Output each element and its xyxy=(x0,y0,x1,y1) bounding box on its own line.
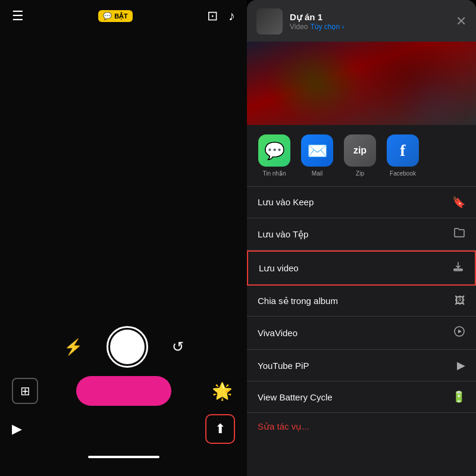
zip-icon: zip xyxy=(344,134,376,167)
edit-actions-link[interactable]: Sửa tác vụ... xyxy=(247,413,476,440)
project-title: Dự án 1 xyxy=(290,12,449,23)
app-item-zip[interactable]: zip Zip xyxy=(339,134,381,177)
app-item-messages[interactable]: 💬 Tin nhắn xyxy=(253,134,296,177)
bottom-row: ▶ ⬆ xyxy=(0,414,247,444)
play-icon[interactable]: ▶ xyxy=(12,421,22,437)
share-button[interactable]: ⬆ xyxy=(205,414,235,444)
mail-icon: ✉️ xyxy=(301,134,333,167)
menu-item-vivavideo[interactable]: VivaVideo xyxy=(247,317,476,350)
menu-item-luu-keep[interactable]: Lưu vào Keep 🔖 xyxy=(247,187,476,218)
facebook-icon: f xyxy=(387,134,419,167)
preview-area xyxy=(247,42,476,125)
menu-item-battery-cycle-label: View Battery Cycle xyxy=(258,392,333,402)
camera-viewfinder xyxy=(0,30,247,320)
battery-icon: 🔋 xyxy=(452,390,465,403)
project-info: Dự án 1 Video Tùy chọn › xyxy=(290,12,449,31)
menu-item-luu-tep[interactable]: Lưu vào Tệp xyxy=(247,218,476,250)
app-icons-row: 💬 Tin nhắn ✉️ Mail zip Zip f Facebook xyxy=(247,125,476,187)
project-option[interactable]: Tùy chọn › xyxy=(310,23,344,31)
rotate-icon[interactable]: ↺ xyxy=(172,339,184,355)
bottom-controls: ⚡ ↺ ⊞ 🌟 ▶ ⬆ xyxy=(0,320,247,476)
preview-blur xyxy=(247,42,476,125)
home-indicator xyxy=(88,456,159,458)
youtube-pip-icon: ▶ xyxy=(457,359,465,372)
star-icon: 🌟 xyxy=(212,381,233,401)
menu-item-chia-se-album-label: Chia sẻ trong album xyxy=(258,296,338,306)
menu-item-chia-se-album[interactable]: Chia sẻ trong album 🖼 xyxy=(247,286,476,317)
download-icon xyxy=(452,261,464,275)
layout-icon[interactable]: ⊡ xyxy=(207,8,218,24)
menu-item-youtube-pip[interactable]: YouTube PiP ▶ xyxy=(247,350,476,381)
app-item-facebook[interactable]: f Facebook xyxy=(381,134,424,177)
top-left-icon: ☰ xyxy=(12,8,24,24)
bookmark-icon: 🔖 xyxy=(452,196,465,209)
menu-item-luu-tep-label: Lưu vào Tệp xyxy=(258,229,308,240)
vivavideo-icon xyxy=(453,325,465,340)
menu-item-youtube-pip-label: YouTube PiP xyxy=(258,361,309,371)
close-button[interactable]: ✕ xyxy=(456,14,466,29)
bat-label: BẬT xyxy=(114,12,128,20)
camera-panel: ☰ BẬT ⊡ ♪ ⚡ ↺ ⊞ 🌟 ▶ xyxy=(0,0,247,476)
facebook-label: Facebook xyxy=(390,170,416,177)
menu-item-luu-video-label: Lưu video xyxy=(259,263,299,274)
album-icon: 🖼 xyxy=(455,295,465,307)
project-type: Video xyxy=(290,23,308,31)
mail-label: Mail xyxy=(312,170,322,177)
edit-actions-label: Sửa tác vụ... xyxy=(258,421,309,431)
zip-label: Zip xyxy=(356,170,364,177)
share-header: Dự án 1 Video Tùy chọn › ✕ xyxy=(247,0,476,42)
app-item-mail[interactable]: ✉️ Mail xyxy=(296,134,339,177)
shutter-row: ⚡ ↺ xyxy=(64,326,184,368)
menu-item-vivavideo-label: VivaVideo xyxy=(258,328,298,338)
folder-icon xyxy=(453,227,465,241)
star-button[interactable]: 🌟 xyxy=(209,378,235,404)
flash-icon[interactable]: ⚡ xyxy=(64,338,83,356)
menu-list: Lưu vào Keep 🔖 Lưu vào Tệp Lưu video xyxy=(247,187,476,476)
top-right-icons: ⊡ ♪ xyxy=(207,8,235,24)
project-subtitle: Video Tùy chọn › xyxy=(290,23,449,31)
menu-item-battery-cycle[interactable]: View Battery Cycle 🔋 xyxy=(247,381,476,413)
project-thumbnail xyxy=(256,8,283,35)
share-icon: ⬆ xyxy=(215,421,226,437)
camera-top-bar: ☰ BẬT ⊡ ♪ xyxy=(0,0,247,30)
shutter-button[interactable] xyxy=(107,326,148,368)
menu-item-luu-keep-label: Lưu vào Keep xyxy=(258,197,314,208)
messages-icon: 💬 xyxy=(258,134,290,167)
bat-badge[interactable]: BẬT xyxy=(98,10,133,22)
shutter-inner xyxy=(110,330,145,364)
messages-label: Tin nhắn xyxy=(263,170,286,177)
gallery-icon: ⊞ xyxy=(20,384,30,398)
menu-item-luu-video[interactable]: Lưu video xyxy=(247,250,476,286)
gallery-button[interactable]: ⊞ xyxy=(12,378,38,404)
music-icon[interactable]: ♪ xyxy=(228,8,235,24)
pink-record-button[interactable] xyxy=(76,376,171,406)
action-row: ⊞ 🌟 xyxy=(0,376,247,406)
share-sheet: Dự án 1 Video Tùy chọn › ✕ 💬 Tin nhắn ✉️… xyxy=(247,0,476,476)
